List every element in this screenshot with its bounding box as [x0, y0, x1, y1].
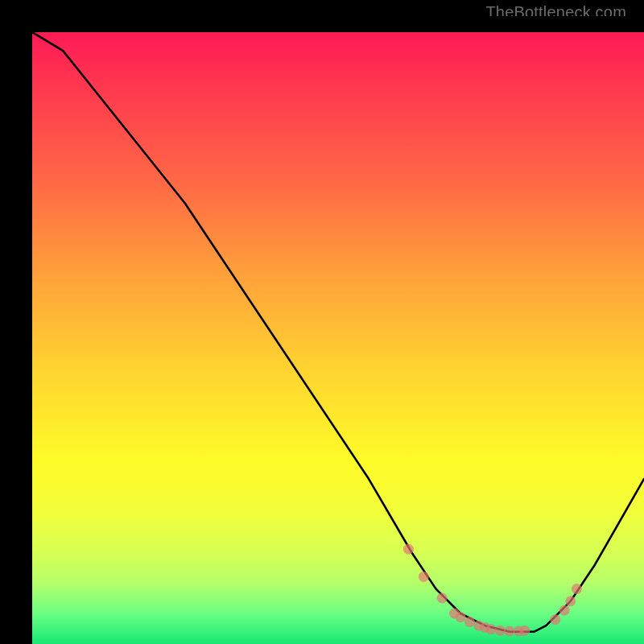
marker-dot — [559, 605, 570, 616]
plot-area — [32, 32, 644, 644]
marker-dot — [495, 625, 506, 636]
chart-frame — [16, 16, 628, 628]
marker-dot — [504, 626, 514, 637]
marker-dot — [550, 614, 560, 625]
bottleneck-curve — [32, 32, 644, 632]
marker-dot — [437, 593, 448, 604]
marker-dot — [565, 596, 576, 606]
curve-layer — [32, 32, 644, 644]
optimal-range-markers — [403, 544, 582, 637]
marker-dot — [403, 544, 414, 555]
marker-dot — [486, 624, 497, 634]
marker-dot — [519, 625, 530, 636]
marker-dot — [464, 617, 475, 627]
marker-dot — [456, 612, 466, 622]
marker-dot — [572, 584, 582, 594]
marker-dot — [419, 572, 429, 582]
